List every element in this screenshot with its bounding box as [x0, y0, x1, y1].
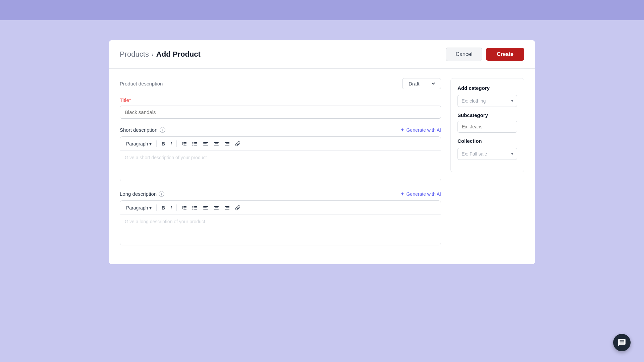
short-description-content[interactable]: Give a short description of your product [120, 151, 441, 181]
add-category-title: Add category [458, 85, 517, 91]
top-row: Product description Draft Published Arch… [120, 78, 441, 89]
long-description-info-icon[interactable]: i [159, 191, 164, 197]
svg-rect-13 [214, 142, 219, 143]
title-label: Title* [120, 97, 441, 103]
generate-ai-label: Generate with AI [406, 127, 441, 133]
italic-button-long[interactable]: I [168, 203, 174, 212]
page-header: Products › Add Product Cancel Create [109, 40, 535, 69]
paragraph-label: Paragraph [126, 141, 148, 146]
ordered-list-button-short[interactable]: 1. [179, 140, 189, 148]
svg-rect-35 [225, 206, 229, 207]
paragraph-label-long: Paragraph [126, 205, 148, 210]
align-center-button-short[interactable] [212, 140, 221, 148]
cancel-button[interactable]: Cancel [446, 48, 482, 61]
svg-rect-36 [226, 207, 229, 208]
collection-title: Collection [458, 138, 517, 144]
long-description-placeholder: Give a long description of your product [125, 219, 205, 224]
link-button-short[interactable] [233, 140, 243, 148]
svg-rect-2 [183, 143, 186, 144]
left-panel: Product description Draft Published Arch… [120, 78, 441, 255]
subcategory-section: Subcategory [458, 112, 517, 133]
svg-rect-32 [214, 206, 219, 207]
ai-star-icon: ✦ [400, 127, 405, 133]
ordered-list-button-long[interactable]: 1. [179, 204, 189, 212]
svg-point-23 [193, 206, 194, 207]
short-description-label: Short description [120, 127, 158, 133]
align-right-button-short[interactable] [222, 140, 232, 148]
long-description-toolbar: Paragraph ▾ B I 1. [120, 201, 441, 215]
product-description-label: Product description [120, 81, 163, 86]
link-button-long[interactable] [233, 204, 243, 212]
svg-point-27 [193, 208, 194, 209]
category-select[interactable]: Clothing Shoes Accessories [458, 95, 517, 107]
svg-rect-3 [183, 145, 186, 145]
collection-select[interactable]: Fall sale Summer sale New arrivals [458, 148, 517, 160]
italic-button-short[interactable]: I [168, 139, 174, 148]
draft-select-wrapper[interactable]: Draft Published Archived [402, 78, 441, 89]
svg-point-4 [193, 142, 194, 143]
short-description-section: Short description i ✦ Generate with AI P… [120, 127, 441, 181]
svg-rect-34 [214, 209, 219, 209]
svg-rect-24 [194, 206, 197, 207]
breadcrumb-current: Add Product [156, 50, 201, 59]
page-background: Products › Add Product Cancel Create Pro… [0, 20, 644, 362]
svg-rect-5 [194, 142, 197, 143]
svg-rect-11 [203, 143, 207, 144]
long-description-header: Long description i ✦ Generate with AI [120, 191, 441, 197]
generate-ai-label-long: Generate with AI [406, 191, 441, 197]
svg-rect-28 [194, 209, 197, 209]
long-description-label: Long description [120, 191, 157, 197]
svg-rect-1 [183, 142, 186, 143]
svg-rect-37 [225, 209, 229, 209]
paragraph-dropdown-long[interactable]: Paragraph ▾ [124, 204, 154, 212]
svg-rect-17 [226, 143, 229, 144]
bold-button-short[interactable]: B [159, 139, 167, 148]
svg-rect-31 [203, 209, 208, 209]
draft-select[interactable]: Draft Published Archived [407, 80, 436, 87]
unordered-list-button-long[interactable] [190, 204, 200, 212]
paragraph-dropdown[interactable]: Paragraph ▾ [124, 140, 154, 148]
right-card: Add category Clothing Shoes Accessories … [450, 78, 524, 172]
short-description-label-row: Short description i [120, 127, 165, 133]
svg-rect-10 [203, 142, 208, 143]
align-right-button-long[interactable] [222, 204, 232, 212]
long-description-content[interactable]: Give a long description of your product [120, 215, 441, 245]
subcategory-input[interactable] [458, 121, 517, 133]
toolbar-separator-long-1 [156, 204, 157, 211]
align-center-button-long[interactable] [212, 204, 221, 212]
svg-point-6 [193, 143, 194, 144]
svg-rect-20 [183, 206, 186, 207]
svg-rect-21 [183, 207, 186, 208]
paragraph-chevron-icon-long: ▾ [149, 205, 152, 210]
short-description-toolbar: Paragraph ▾ B I 1. [120, 137, 441, 151]
svg-rect-9 [194, 145, 197, 145]
svg-rect-16 [225, 142, 229, 143]
long-description-generate-ai-button[interactable]: ✦ Generate with AI [400, 191, 441, 197]
create-button[interactable]: Create [486, 48, 524, 61]
bold-button-long[interactable]: B [159, 203, 167, 212]
svg-rect-14 [215, 143, 218, 144]
svg-point-25 [193, 207, 194, 208]
short-description-generate-ai-button[interactable]: ✦ Generate with AI [400, 127, 441, 133]
main-card: Products › Add Product Cancel Create Pro… [109, 40, 535, 264]
svg-rect-22 [183, 209, 186, 209]
breadcrumb: Products › Add Product [120, 50, 201, 59]
svg-rect-33 [215, 207, 218, 208]
long-description-section: Long description i ✦ Generate with AI Pa… [120, 191, 441, 245]
long-description-editor: Paragraph ▾ B I 1. [120, 200, 441, 245]
svg-point-8 [193, 144, 194, 145]
short-description-info-icon[interactable]: i [160, 127, 165, 133]
align-left-button-long[interactable] [201, 204, 210, 212]
svg-rect-29 [203, 206, 208, 207]
align-left-button-short[interactable] [201, 140, 210, 148]
chat-bubble-button[interactable] [613, 334, 631, 351]
ai-star-icon-long: ✦ [400, 191, 405, 197]
unordered-list-button-short[interactable] [190, 140, 200, 148]
subcategory-title: Subcategory [458, 112, 517, 118]
short-description-placeholder: Give a short description of your product [125, 155, 207, 160]
svg-rect-7 [194, 143, 197, 144]
breadcrumb-products-link[interactable]: Products [120, 50, 149, 59]
svg-rect-26 [194, 207, 197, 208]
title-input[interactable] [120, 106, 441, 119]
chat-icon [618, 338, 626, 347]
